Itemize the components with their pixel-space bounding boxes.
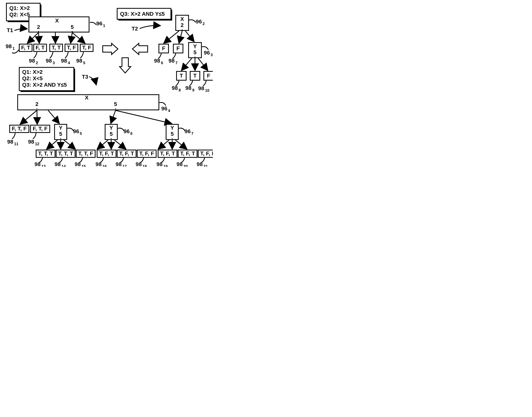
root-node-96-2: X 2 . bbox=[176, 15, 188, 31]
svg-text:Y: Y bbox=[109, 125, 113, 131]
leaf-98-8: T 98 8 bbox=[172, 71, 186, 92]
svg-line-114 bbox=[97, 140, 108, 149]
svg-line-9 bbox=[39, 32, 39, 43]
t1-label: T1 bbox=[7, 27, 13, 33]
svg-text:98: 98 bbox=[7, 139, 13, 145]
svg-text:13: 13 bbox=[42, 164, 46, 167]
svg-text:T, T, F: T, T, F bbox=[78, 150, 93, 156]
svg-text:8: 8 bbox=[179, 88, 181, 92]
q3-text: Q3: X>2 AND Y≤5 bbox=[120, 11, 165, 17]
svg-text:Q2: X<5: Q2: X<5 bbox=[22, 75, 43, 81]
t2-arrow bbox=[140, 25, 160, 29]
t3-arrow bbox=[89, 77, 96, 85]
svg-line-125 bbox=[175, 140, 187, 149]
svg-text:14: 14 bbox=[62, 164, 66, 167]
svg-text:98: 98 bbox=[29, 58, 35, 64]
leaf-98-20: T, F, T 98 20 bbox=[177, 150, 197, 167]
svg-text:T: T bbox=[180, 73, 183, 79]
svg-text:11: 11 bbox=[14, 142, 19, 146]
svg-text:98: 98 bbox=[197, 161, 203, 167]
svg-text:F: F bbox=[177, 45, 180, 51]
svg-line-89 bbox=[111, 110, 115, 124]
svg-text:98: 98 bbox=[172, 85, 178, 91]
svg-text:.: . bbox=[72, 27, 73, 33]
leaf-98-10: F 98 10 bbox=[198, 71, 213, 93]
svg-text:12: 12 bbox=[35, 142, 39, 146]
svg-text:16: 16 bbox=[102, 164, 107, 167]
leaf-98-12: F, T, F 98 12 bbox=[28, 125, 50, 146]
leaf-98-9: T 98 9 bbox=[185, 71, 200, 92]
svg-text:.: . bbox=[36, 104, 38, 110]
svg-line-90 bbox=[115, 110, 172, 124]
svg-text:96: 96 bbox=[196, 19, 202, 25]
svg-line-116 bbox=[115, 140, 126, 149]
svg-text:6: 6 bbox=[161, 61, 163, 65]
svg-text:Q3: X>2 AND Y≤5: Q3: X>2 AND Y≤5 bbox=[22, 82, 67, 88]
ref-96-sub: 1 bbox=[103, 23, 105, 28]
query-box-t2: Q3: X>2 AND Y≤5 bbox=[117, 8, 172, 21]
svg-text:98: 98 bbox=[198, 85, 204, 91]
svg-text:18: 18 bbox=[143, 164, 147, 167]
svg-text:Q1: X>2: Q1: X>2 bbox=[22, 69, 43, 75]
svg-text:98: 98 bbox=[34, 161, 41, 167]
y-node-96-6: Y 5 . bbox=[105, 124, 117, 140]
svg-text:15: 15 bbox=[82, 164, 86, 167]
svg-text:Y: Y bbox=[59, 125, 63, 131]
svg-text:1: 1 bbox=[12, 46, 15, 51]
q1-text: Q1: X>2 bbox=[9, 5, 30, 11]
svg-text:98: 98 bbox=[76, 58, 82, 64]
ref-leader-96-1 bbox=[90, 22, 96, 25]
svg-text:X: X bbox=[85, 94, 89, 101]
svg-text:98: 98 bbox=[168, 58, 175, 64]
svg-text:21: 21 bbox=[203, 164, 208, 167]
svg-text:98: 98 bbox=[28, 139, 34, 145]
svg-text:.: . bbox=[194, 52, 196, 59]
svg-text:98: 98 bbox=[156, 161, 163, 167]
svg-text:20: 20 bbox=[183, 164, 188, 167]
svg-text:96: 96 bbox=[73, 128, 79, 134]
svg-text:F, T: F, T bbox=[21, 44, 30, 51]
svg-line-60 bbox=[198, 58, 208, 71]
y-node-96-7: Y 5 . bbox=[166, 124, 178, 140]
root-node-96-1: X 2 . 5 . bbox=[29, 17, 89, 33]
arrow-right-icon bbox=[103, 43, 118, 54]
svg-text:T, F: T, F bbox=[82, 44, 91, 51]
svg-text:96: 96 bbox=[161, 105, 167, 112]
svg-text:5: 5 bbox=[80, 131, 82, 136]
leaf-98-4: T, F 98 4 bbox=[61, 44, 78, 65]
y-node-96-5: Y 5 . bbox=[54, 124, 67, 140]
svg-line-8 bbox=[27, 32, 39, 43]
svg-line-41 bbox=[164, 31, 179, 43]
leaf-98-16: T, F, T 98 16 bbox=[95, 150, 116, 167]
leaf-98-13: T, T, T 98 13 bbox=[34, 150, 55, 167]
svg-text:98: 98 bbox=[6, 43, 12, 49]
svg-line-123 bbox=[158, 140, 169, 149]
svg-text:T, F, T: T, F, T bbox=[160, 150, 175, 156]
svg-text:T, F: T, F bbox=[67, 44, 76, 51]
diagram-canvas: Q1: X>2 Q2: X<5 T1 X 2 . 5 . 96 1 F, T 9… bbox=[0, 0, 213, 167]
svg-line-87 bbox=[37, 110, 37, 124]
arrow-down-icon bbox=[120, 58, 131, 73]
svg-text:98: 98 bbox=[177, 161, 183, 167]
svg-text:T: T bbox=[193, 73, 197, 79]
svg-text:4: 4 bbox=[68, 61, 70, 65]
svg-text:19: 19 bbox=[163, 164, 168, 167]
svg-text:.: . bbox=[115, 104, 116, 110]
svg-text:3: 3 bbox=[210, 53, 213, 57]
t1-arrow bbox=[14, 29, 27, 31]
svg-text:98: 98 bbox=[115, 161, 122, 167]
svg-text:2: 2 bbox=[36, 61, 38, 65]
svg-text:F, T, F: F, T, F bbox=[12, 125, 27, 132]
svg-line-86 bbox=[20, 110, 37, 124]
arrow-left-icon bbox=[132, 43, 148, 54]
leaf-98-15: T, T, F 98 15 bbox=[75, 150, 95, 167]
svg-line-107 bbox=[64, 140, 75, 149]
leaf-98-1: F, T 98 1 bbox=[6, 43, 32, 53]
leaf-98-18: T, F, F 98 18 bbox=[136, 150, 156, 167]
svg-text:17: 17 bbox=[123, 164, 127, 167]
svg-text:F: F bbox=[162, 45, 166, 51]
svg-text:98: 98 bbox=[61, 58, 67, 64]
svg-text:10: 10 bbox=[205, 88, 209, 93]
svg-text:T, F, F: T, F, F bbox=[139, 150, 154, 156]
svg-text:T, T: T, T bbox=[52, 44, 61, 51]
